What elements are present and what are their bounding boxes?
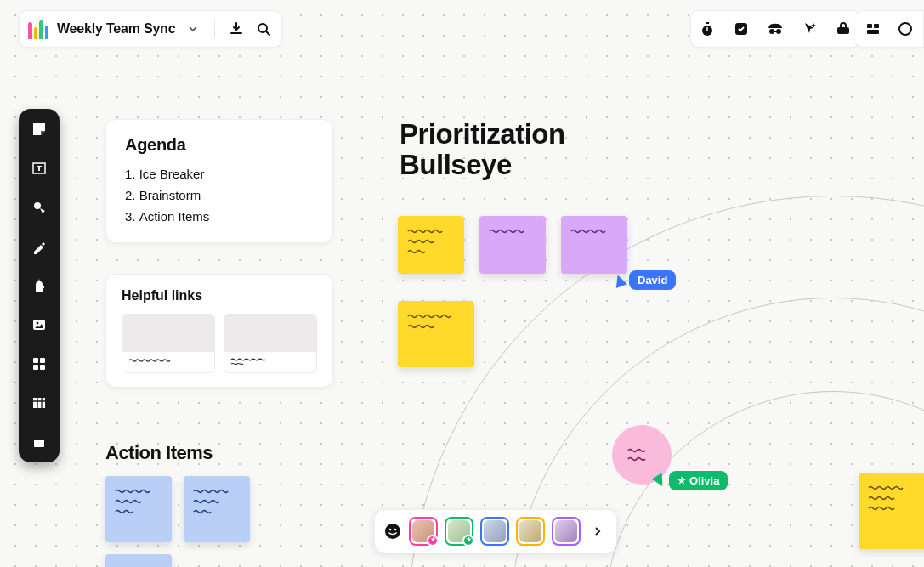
board-header: Weekly Team Sync	[19, 10, 282, 48]
sticky-note-blue[interactable]	[105, 476, 172, 542]
top-toolbar	[690, 10, 860, 48]
layout-icon[interactable]	[864, 20, 882, 38]
sticky-note-yellow[interactable]	[859, 473, 924, 549]
sticky-note-yellow[interactable]	[398, 216, 464, 274]
board-title[interactable]: Weekly Team Sync	[57, 21, 175, 37]
cursor-olivia: ★Olivia	[654, 471, 728, 490]
cursor-arrow-icon	[651, 473, 667, 489]
svg-point-10	[899, 23, 911, 35]
svg-point-22	[385, 524, 400, 539]
chevron-down-icon[interactable]	[184, 20, 202, 38]
links-card[interactable]: Helpful links	[105, 274, 333, 388]
svg-point-14	[37, 322, 39, 325]
reactions-icon[interactable]	[383, 522, 402, 541]
participant-avatar[interactable]	[445, 517, 473, 546]
bullseye-title: Prioritization Bullseye	[400, 119, 565, 181]
svg-point-5	[776, 29, 781, 34]
sticky-note-purple[interactable]	[479, 216, 546, 274]
svg-rect-15	[33, 358, 38, 363]
cursor-arrow-icon	[612, 273, 627, 288]
sticky-note-yellow[interactable]	[398, 301, 474, 367]
svg-rect-13	[33, 320, 45, 330]
agenda-item: Action Items	[125, 206, 314, 227]
link-thumbnail[interactable]	[122, 314, 215, 373]
search-icon[interactable]	[254, 20, 273, 38]
svg-rect-19	[33, 398, 45, 408]
text-tool[interactable]	[27, 156, 51, 180]
apps-tool[interactable]	[27, 352, 51, 376]
image-tool[interactable]	[27, 313, 51, 337]
participant-avatar[interactable]	[552, 517, 581, 546]
cursor-david: David	[614, 270, 676, 290]
llama-tool[interactable]	[27, 274, 51, 298]
sticky-note-blue[interactable]	[105, 554, 172, 567]
sticky-note-blue[interactable]	[184, 476, 250, 542]
action-items-title: Action Items	[105, 442, 213, 464]
svg-rect-17	[33, 365, 38, 370]
participant-avatar[interactable]	[409, 517, 438, 546]
svg-point-23	[389, 529, 392, 531]
link-thumbnail[interactable]	[224, 314, 317, 373]
download-icon[interactable]	[227, 20, 246, 38]
agenda-item: Ice Breaker	[125, 163, 314, 184]
top-toolbar-secondary	[855, 10, 924, 48]
next-participants-icon[interactable]	[587, 521, 608, 541]
agenda-item: Brainstorm	[125, 184, 314, 206]
participant-avatar[interactable]	[480, 517, 509, 546]
frames-tool[interactable]	[27, 430, 51, 454]
vote-icon[interactable]	[732, 20, 751, 38]
svg-rect-21	[34, 437, 44, 440]
settings-icon[interactable]	[896, 20, 915, 38]
svg-rect-2	[706, 22, 709, 24]
sticky-note-purple[interactable]	[561, 216, 627, 274]
svg-point-12	[34, 202, 41, 209]
participant-avatar[interactable]	[516, 517, 545, 546]
svg-rect-9	[867, 30, 879, 34]
svg-point-24	[394, 529, 397, 531]
svg-rect-18	[40, 365, 45, 370]
svg-rect-6	[837, 27, 849, 34]
svg-point-4	[769, 29, 774, 34]
links-title: Helpful links	[122, 288, 317, 303]
agenda-title: Agenda	[125, 135, 314, 155]
private-mode-icon[interactable]	[766, 20, 785, 38]
svg-rect-16	[40, 358, 45, 363]
pen-tool[interactable]	[27, 235, 51, 258]
svg-rect-7	[867, 24, 872, 28]
cursor-user-badge: David	[629, 270, 676, 290]
timer-icon[interactable]	[698, 20, 717, 38]
divider	[214, 20, 215, 38]
app-logo	[28, 19, 48, 39]
cursor-sparkle-icon[interactable]	[800, 20, 819, 38]
cursor-user-badge: ★Olivia	[669, 471, 728, 490]
tool-rail	[19, 109, 60, 462]
toolbox-icon[interactable]	[834, 20, 853, 38]
shapes-tool[interactable]	[27, 196, 51, 219]
participants-bar	[374, 509, 617, 553]
svg-rect-8	[874, 24, 879, 28]
sticky-note-tool[interactable]	[27, 117, 51, 141]
table-tool[interactable]	[27, 391, 51, 415]
agenda-card[interactable]: Agenda Ice Breaker Brainstorm Action Ite…	[105, 119, 333, 243]
